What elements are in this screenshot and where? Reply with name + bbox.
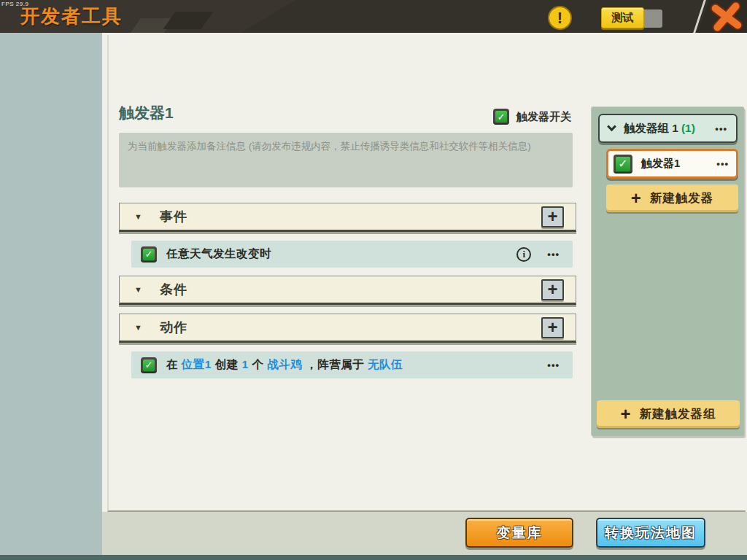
action-text-segment: 创建: [215, 358, 239, 370]
trigger-title: 触发器1: [119, 103, 174, 123]
action-row-label: 在 位置1 创建 1 个 战斗鸡 ，阵营属于 无队伍: [166, 357, 403, 373]
checkbox-checked-icon[interactable]: ✓: [141, 246, 157, 262]
trigger-list-item-selected[interactable]: ✓ 触发器1 •••: [606, 149, 738, 179]
topbar-decoration: [186, 0, 747, 33]
trigger-item-label: 触发器1: [641, 157, 680, 171]
triangle-down-icon[interactable]: ▼: [134, 212, 142, 221]
more-options-icon[interactable]: •••: [715, 123, 727, 134]
section-label: 事件: [160, 208, 187, 225]
new-trigger-button[interactable]: + 新建触发器: [606, 184, 738, 212]
info-icon[interactable]: i: [516, 247, 531, 262]
checkbox-checked-icon[interactable]: ✓: [614, 155, 632, 174]
checkbox-fill: ✓: [143, 249, 155, 260]
trigger-group-header[interactable]: 触发器组 1 (1) •••: [598, 114, 738, 143]
add-condition-button[interactable]: +: [541, 279, 564, 300]
chevron-down-icon[interactable]: [607, 122, 616, 131]
note-textarea[interactable]: 为当前触发器添加备注信息 (请勿发布违规内容，禁止传播诱导类信息和社交软件等相关…: [119, 133, 573, 187]
trigger-group-label: 触发器组 1: [624, 121, 678, 136]
more-options-icon[interactable]: •••: [716, 158, 729, 169]
bottom-edge-bar: [0, 555, 747, 560]
check-icon: ✓: [145, 360, 153, 370]
action-text-segment: ，阵营属于: [306, 358, 364, 370]
add-action-button[interactable]: +: [541, 317, 564, 338]
checkbox-checked-icon[interactable]: ✓: [141, 357, 157, 373]
action-param-creature[interactable]: 战斗鸡: [267, 358, 302, 370]
checkbox-fill: ✓: [616, 157, 630, 171]
topbar-decoration: [163, 12, 214, 29]
section-header-action[interactable]: ▼ 动作 +: [119, 314, 576, 343]
checkbox-checked-icon[interactable]: ✓: [493, 109, 509, 125]
check-icon: ✓: [145, 249, 153, 259]
sidebar: [0, 33, 102, 555]
action-text-segment: 个: [252, 358, 264, 370]
new-trigger-button-label: 新建触发器: [650, 190, 714, 206]
note-placeholder: 为当前触发器添加备注信息 (请勿发布违规内容，禁止传播诱导类信息和社交软件等相关…: [128, 141, 531, 152]
section-label: 条件: [160, 281, 187, 298]
test-toggle[interactable]: [642, 9, 662, 28]
new-trigger-group-button-label: 新建触发器组: [640, 406, 716, 422]
test-button[interactable]: 测试: [601, 7, 644, 28]
triangle-down-icon[interactable]: ▼: [134, 285, 142, 294]
section-label: 动作: [160, 319, 187, 336]
check-icon: ✓: [498, 112, 506, 122]
action-text-segment: 在: [166, 358, 178, 370]
event-row[interactable]: ✓ 任意天气发生改变时 i •••: [131, 241, 573, 268]
trigger-switch[interactable]: ✓ 触发器开关: [493, 109, 571, 125]
more-options-icon[interactable]: •••: [547, 249, 560, 260]
checkbox-fill: ✓: [143, 359, 155, 371]
action-row[interactable]: ✓ 在 位置1 创建 1 个 战斗鸡 ，阵营属于 无队伍 •••: [131, 351, 573, 378]
action-param-team[interactable]: 无队伍: [368, 358, 403, 370]
section-header-event[interactable]: ▼ 事件 +: [119, 203, 576, 232]
check-icon: ✓: [618, 158, 627, 170]
trigger-group-count: (1): [681, 122, 695, 135]
section-header-condition[interactable]: ▼ 条件 +: [119, 276, 576, 305]
convert-map-button[interactable]: 转换玩法地图: [596, 518, 705, 548]
checkbox-fill: ✓: [495, 111, 507, 122]
action-param-position[interactable]: 位置1: [182, 358, 212, 370]
page-title: 开发者工具: [20, 4, 123, 29]
alert-exclamation-icon[interactable]: !: [548, 6, 572, 30]
event-row-label: 任意天气发生改变时: [166, 246, 271, 262]
add-event-button[interactable]: +: [541, 206, 564, 228]
action-param-count[interactable]: 1: [242, 358, 249, 370]
close-icon[interactable]: [709, 1, 744, 32]
triangle-down-icon[interactable]: ▼: [134, 323, 142, 332]
more-options-icon[interactable]: •••: [547, 359, 560, 370]
new-trigger-group-button[interactable]: + 新建触发器组: [597, 400, 740, 428]
plus-icon: +: [631, 190, 641, 207]
trigger-switch-label: 触发器开关: [516, 110, 571, 124]
variable-library-button[interactable]: 变量库: [465, 518, 573, 548]
plus-icon: +: [620, 405, 630, 423]
